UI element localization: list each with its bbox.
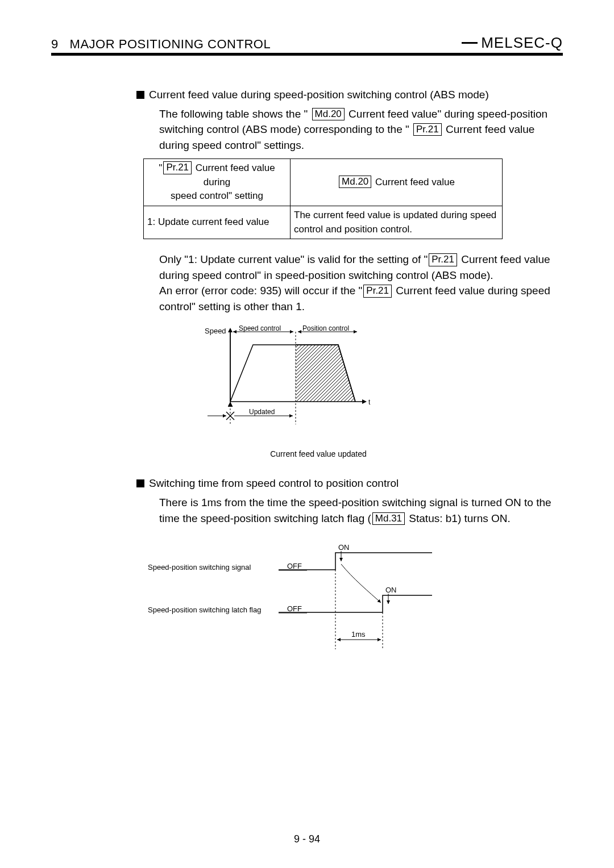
page: 9 MAJOR POSITIONING CONTROL MELSEC-Q Cur… — [0, 0, 614, 868]
after-table-para: Only "1: Update current value" is valid … — [159, 252, 563, 314]
off-label-2: OFF — [287, 604, 302, 613]
section1-heading: Current feed value during speed-position… — [136, 87, 563, 103]
off-label-1: OFF — [287, 562, 302, 570]
param-box-md20: Md.20 — [312, 108, 345, 120]
svg-marker-4 — [362, 399, 367, 404]
chapter-heading: 9 MAJOR POSITIONING CONTROL — [51, 37, 271, 52]
diagram-speed-profile: t Speed Speed control Position control — [199, 325, 563, 460]
text: Only "1: Update current value" is valid … — [159, 253, 428, 265]
section2-para: There is 1ms from the time the speed-pos… — [159, 495, 563, 526]
row1-label: Speed-position switching signal — [148, 563, 251, 571]
axis-t-label: t — [368, 398, 371, 406]
diagram-timing: Speed-position switching signal Speed-po… — [148, 539, 563, 668]
text: speed control" setting — [171, 190, 263, 201]
param-box-md20: Md.20 — [339, 176, 371, 188]
section1-title: Current feed value during speed-position… — [149, 87, 489, 103]
on-label-2: ON — [385, 586, 397, 594]
param-box-pr21: Pr.21 — [413, 123, 442, 136]
text: Current feed value — [375, 177, 455, 187]
label-speed-control: Speed control — [239, 325, 281, 332]
square-bullet-icon — [136, 479, 144, 487]
speed-profile-svg: t Speed Speed control Position control — [199, 325, 387, 433]
delay-label: 1ms — [351, 630, 366, 639]
axis-speed-label: Speed — [205, 327, 226, 335]
row2-label: Speed-position switching latch flag — [148, 606, 261, 614]
series-name: MELSEC-Q — [462, 34, 563, 52]
text: An error (error code: 935) will occur if… — [159, 285, 362, 297]
section2-heading: Switching time from speed control to pos… — [136, 475, 563, 491]
page-number: 9 - 94 — [0, 833, 614, 845]
table-cell: 1: Update current feed value — [144, 206, 291, 239]
timing-svg: Speed-position switching signal Speed-po… — [148, 539, 500, 663]
page-header: 9 MAJOR POSITIONING CONTROL MELSEC-Q — [51, 34, 563, 56]
label-updated: Updated — [249, 408, 275, 416]
on-label-1: ON — [338, 543, 350, 552]
param-box-md31: Md.31 — [372, 512, 405, 525]
table-row: 1: Update current feed value The current… — [144, 206, 503, 239]
text: Status: b1) turns ON. — [406, 512, 511, 524]
param-box-pr21: Pr.21 — [363, 285, 392, 297]
header-rule-icon — [462, 42, 478, 44]
square-bullet-icon — [136, 91, 144, 99]
content-body: Current feed value during speed-position… — [148, 87, 563, 668]
section1-intro: The following table shows the " Md.20 Cu… — [159, 106, 563, 153]
section2-title: Switching time from speed control to pos… — [149, 475, 399, 491]
table-header-2: Md.20 Current feed value — [291, 159, 503, 206]
table-row: "Pr.21 Current feed value during speed c… — [144, 159, 503, 206]
table-header-1: "Pr.21 Current feed value during speed c… — [144, 159, 291, 206]
series-text: MELSEC-Q — [481, 34, 563, 52]
diagram1-caption: Current feed value updated — [233, 448, 404, 460]
label-position-control: Position control — [302, 325, 349, 332]
text: The following table shows the " — [159, 108, 308, 120]
param-box-pr21: Pr.21 — [429, 253, 457, 266]
table-cell: The current feed value is updated during… — [291, 206, 503, 239]
chapter-number: 9 — [51, 37, 59, 51]
settings-table: "Pr.21 Current feed value during speed c… — [143, 158, 503, 239]
svg-marker-2 — [228, 328, 233, 332]
chapter-title: MAJOR POSITIONING CONTROL — [70, 37, 271, 51]
section2: Switching time from speed control to pos… — [148, 475, 563, 667]
param-box-pr21: Pr.21 — [163, 161, 192, 174]
text: " — [159, 162, 162, 173]
text: Current feed value during — [193, 162, 275, 187]
